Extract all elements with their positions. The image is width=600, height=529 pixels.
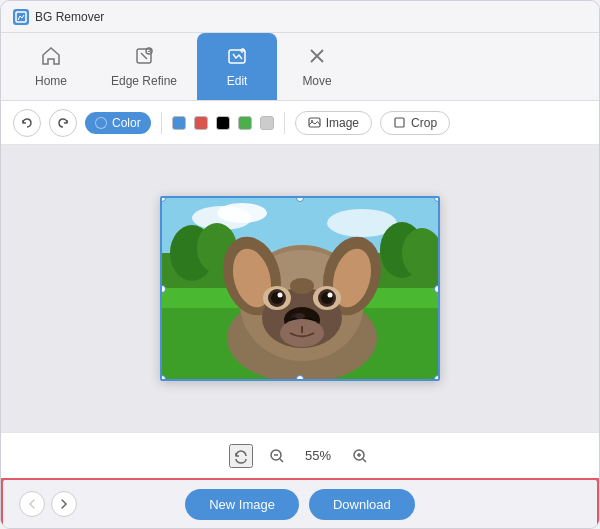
- swatch-blue[interactable]: [172, 116, 186, 130]
- color-label: Color: [112, 116, 141, 130]
- tab-edit[interactable]: Edit: [197, 33, 277, 100]
- svg-point-34: [328, 293, 333, 298]
- zoom-in-button[interactable]: [348, 444, 372, 468]
- svg-point-26: [290, 278, 314, 294]
- zoom-controls: 55%: [1, 432, 599, 478]
- tab-home[interactable]: Home: [11, 33, 91, 100]
- toolbar: Color Image Crop: [1, 101, 599, 145]
- svg-point-39: [295, 313, 305, 319]
- image-button[interactable]: Image: [295, 111, 372, 135]
- tab-edge-refine[interactable]: Edge Refine: [91, 33, 197, 100]
- crop-button[interactable]: Crop: [380, 111, 450, 135]
- handle-ml[interactable]: [160, 285, 166, 293]
- handle-tr[interactable]: [434, 196, 440, 202]
- crop-label: Crop: [411, 116, 437, 130]
- action-bar: New Image Download: [1, 478, 599, 529]
- zoom-value: 55%: [301, 448, 336, 463]
- svg-point-33: [278, 293, 283, 298]
- tab-edge-refine-label: Edge Refine: [111, 74, 177, 88]
- new-image-button[interactable]: New Image: [185, 489, 299, 520]
- tab-move-label: Move: [302, 74, 331, 88]
- svg-point-9: [217, 203, 267, 223]
- svg-line-48: [363, 459, 366, 462]
- image-container[interactable]: [160, 196, 440, 381]
- app-icon: [13, 9, 29, 25]
- swatch-red[interactable]: [194, 116, 208, 130]
- image-label: Image: [326, 116, 359, 130]
- tab-home-label: Home: [35, 74, 67, 88]
- swatch-black[interactable]: [216, 116, 230, 130]
- prev-button[interactable]: [19, 491, 45, 517]
- divider: [161, 112, 162, 134]
- swatch-gray[interactable]: [260, 116, 274, 130]
- edit-icon: [226, 45, 248, 70]
- next-button[interactable]: [51, 491, 77, 517]
- canvas-area: [1, 145, 599, 432]
- color-button[interactable]: Color: [85, 112, 151, 134]
- download-button[interactable]: Download: [309, 489, 415, 520]
- dog-svg: [162, 198, 440, 381]
- crop-icon: [393, 116, 406, 129]
- svg-rect-6: [395, 118, 404, 127]
- color-dot: [95, 117, 107, 129]
- nav-arrows: [19, 491, 77, 517]
- handle-bm[interactable]: [296, 375, 304, 381]
- app-title: BG Remover: [35, 10, 104, 24]
- zoom-out-button[interactable]: [265, 444, 289, 468]
- redo-button[interactable]: [49, 109, 77, 137]
- undo-button[interactable]: [13, 109, 41, 137]
- swatch-green[interactable]: [238, 116, 252, 130]
- edge-refine-icon: [133, 45, 155, 70]
- tab-move[interactable]: Move: [277, 33, 357, 100]
- dog-image: [162, 198, 438, 379]
- home-icon: [40, 45, 62, 70]
- rotate-button[interactable]: [229, 444, 253, 468]
- title-bar: BG Remover: [1, 1, 599, 33]
- nav-tabs: Home Edge Refine Edit Move: [1, 33, 599, 101]
- handle-mr[interactable]: [434, 285, 440, 293]
- tab-edit-label: Edit: [227, 74, 248, 88]
- move-icon: [306, 45, 328, 70]
- svg-line-44: [280, 459, 283, 462]
- handle-bl[interactable]: [160, 375, 166, 381]
- divider2: [284, 112, 285, 134]
- handle-br[interactable]: [434, 375, 440, 381]
- image-icon: [308, 116, 321, 129]
